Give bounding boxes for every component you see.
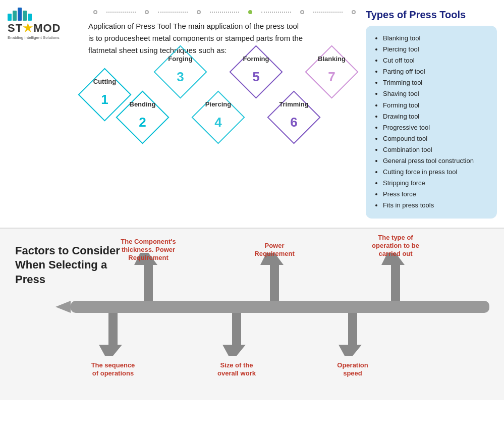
diamond-forming-label: Forming [237, 55, 275, 63]
list-item: Press force [383, 189, 489, 200]
above-label-1c: Requirement [128, 254, 169, 261]
dot-4-filled [248, 10, 252, 14]
dot-line-4 [261, 12, 291, 13]
above-label-2b: Requirement [254, 250, 295, 257]
diamond-cutting-label: Cutting [86, 78, 124, 85]
list-item: Cutting force in press tool [383, 167, 489, 178]
above-label-3b: operation to be [372, 242, 419, 249]
dot-3 [197, 10, 201, 14]
bottom-section: Factors to Consider When Selecting a Pre… [0, 229, 504, 400]
list-item: Combination tool [383, 144, 489, 155]
above-label-3: The type of [378, 234, 413, 241]
diamond-forming-number: 5 [237, 69, 275, 85]
diamond-bending-label: Bending [124, 100, 161, 108]
up-shaft-1 [144, 264, 153, 301]
list-item: Compound tool [383, 133, 489, 144]
main-left: Application of Press Tool The main appli… [83, 5, 361, 223]
panel-box: Blanking tool Piercing tool Cut off tool… [366, 26, 497, 219]
below-label-3b: speed [343, 369, 362, 377]
list-item: Stripping force [383, 178, 489, 189]
diamond-blanking-number: 7 [313, 69, 351, 85]
dot-line-1 [106, 12, 136, 13]
down-arrowhead-3-icon [339, 345, 362, 356]
below-label-3: Operation [337, 361, 368, 369]
dots-row [88, 10, 356, 14]
diamond-blanking-label: Blanking [313, 55, 351, 63]
below-label-1: The sequence [91, 361, 135, 369]
list-item: Progressive tool [383, 122, 489, 133]
logo-star-icon: ★ [23, 22, 33, 34]
arrow-diagram-svg: The Component's thickness. Power Require… [0, 229, 504, 400]
logo-text: ST★MOD [8, 22, 61, 35]
left-arrow-head-icon [55, 301, 71, 313]
dot-6 [352, 10, 356, 14]
dot-2 [145, 10, 149, 14]
horizontal-bar [71, 301, 489, 313]
below-label-1b: of operations [92, 369, 134, 377]
list-item: Piercing tool [383, 44, 489, 55]
above-label-2: Power [264, 242, 284, 249]
diamond-bending-number: 2 [124, 115, 161, 130]
dot-1 [93, 10, 97, 14]
diamond-forging-label: Forging [161, 55, 199, 63]
diamonds-container: Cutting 1 Bending 2 Forging 3 Piercing 4 [83, 66, 356, 167]
list-item: Blanking tool [383, 33, 489, 44]
logo-area: ST★MOD Enabling Intelligent Solutions [8, 5, 83, 223]
diamond-cutting-number: 1 [86, 92, 124, 107]
diamond-trimming-label: Trimming [275, 100, 313, 108]
list-item: Cut off tool [383, 55, 489, 66]
above-label-3c: carried out [378, 250, 413, 257]
up-shaft-2 [270, 264, 279, 301]
list-item: Shaving tool [383, 88, 489, 99]
list-item: Fits in press tools [383, 200, 489, 211]
list-item: Drawing tool [383, 111, 489, 122]
dot-line-3 [210, 12, 239, 13]
logo-bars-icon [8, 8, 32, 21]
below-label-2b: overall work [217, 369, 256, 377]
dot-5 [300, 10, 304, 14]
above-label-1b: thickness. Power [122, 246, 175, 253]
diamond-piercing-label: Piercing [199, 100, 237, 108]
diamond-forging-number: 3 [161, 69, 199, 85]
list-item: Trimming tool [383, 77, 489, 88]
down-shaft-2 [232, 313, 241, 346]
above-label-1: The Component's [121, 238, 176, 245]
list-item: Forming tool [383, 100, 489, 111]
below-label-2: Size of the [220, 361, 253, 369]
logo-subtitle: Enabling Intelligent Solutions [8, 35, 60, 40]
diamond-trimming-number: 6 [275, 115, 313, 130]
list-item: General press tool construction [383, 155, 489, 167]
down-shaft-1 [108, 313, 118, 346]
down-shaft-3 [348, 313, 357, 346]
dot-line-2 [158, 12, 187, 13]
down-arrowhead-2-icon [222, 345, 246, 356]
right-panel: Types of Press Tools Blanking tool Pierc… [361, 5, 502, 223]
press-tools-list: Blanking tool Piercing tool Cut off tool… [374, 33, 489, 211]
up-shaft-3 [391, 264, 400, 301]
down-arrowhead-1-icon [99, 345, 122, 356]
list-item: Parting off tool [383, 66, 489, 77]
panel-title: Types of Press Tools [366, 9, 497, 21]
diamond-piercing-number: 4 [199, 115, 237, 130]
dot-line-5 [313, 12, 343, 13]
